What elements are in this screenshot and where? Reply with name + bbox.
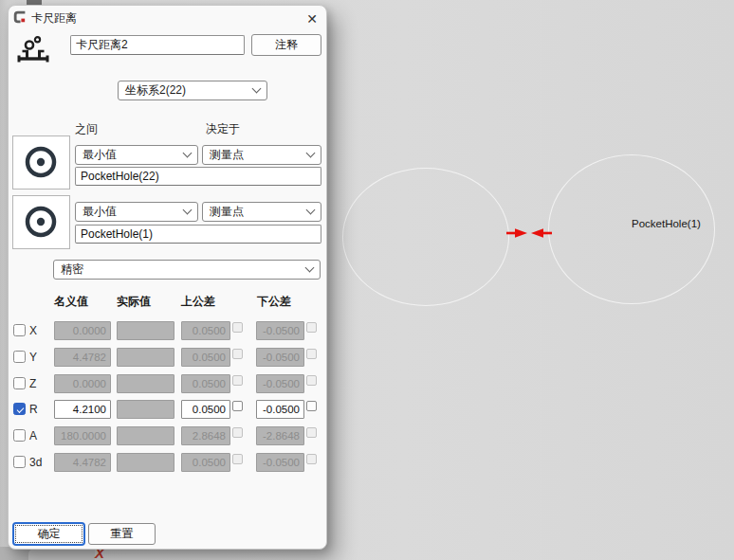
- row-a-lower-field: [256, 426, 304, 445]
- circle-feature-icon: [13, 135, 69, 190]
- row-x-lower-field: [256, 321, 304, 340]
- feature1-type-button[interactable]: [12, 135, 70, 190]
- background-panel-inner: [28, 549, 95, 560]
- feature2-method-value: 最小值: [83, 204, 117, 220]
- chevron-down-icon: [183, 206, 193, 215]
- feature2-method-select[interactable]: 最小值: [75, 202, 198, 222]
- row-a-upper-field: [181, 426, 230, 445]
- feature1-source-select[interactable]: 测量点: [202, 145, 321, 165]
- row-r-label: R: [29, 403, 38, 416]
- row-a-nominal-field: [54, 426, 111, 445]
- row-x-checkbox[interactable]: [13, 324, 26, 336]
- row-z-checkbox[interactable]: [13, 377, 26, 389]
- row-a-lower-checkbox: [306, 427, 317, 438]
- row-x-upper-field: [181, 321, 230, 340]
- row-z-upper-checkbox: [232, 375, 243, 386]
- hole-label: PocketHole(1): [632, 218, 701, 229]
- row-z-nominal-field: [54, 374, 111, 393]
- precision-value: 精密: [61, 262, 83, 278]
- row-3d-checkbox[interactable]: [13, 456, 26, 468]
- annotate-button[interactable]: 注释: [251, 34, 321, 56]
- row-y-checkbox[interactable]: [13, 351, 26, 363]
- between-label: 之间: [75, 121, 98, 137]
- feature1-name-input[interactable]: [75, 167, 321, 186]
- row-x-nominal-field: [54, 321, 111, 340]
- row-y-lower-checkbox: [306, 349, 317, 359]
- chevron-down-icon: [306, 206, 316, 215]
- row-x-lower-checkbox: [306, 322, 317, 333]
- row-x-label: X: [29, 324, 37, 337]
- feature1-source-value: 测量点: [210, 147, 244, 163]
- dialog-title: 卡尺距离: [31, 10, 77, 27]
- measurement-name-input[interactable]: [70, 35, 245, 55]
- row-x-upper-checkbox: [232, 322, 243, 333]
- reset-button[interactable]: 重置: [88, 523, 156, 545]
- row-x-actual-field: [117, 321, 174, 340]
- caliper-distance-dialog: 卡尺距离 ✕ 注释 坐标系2(22) 之间 决定于 最小值: [8, 5, 327, 550]
- caliper-tool-icon: [17, 35, 49, 67]
- row-y-upper-field: [181, 348, 230, 367]
- row-z-lower-field: [256, 374, 304, 393]
- chevron-down-icon: [252, 84, 262, 94]
- circle-feature-icon: [13, 195, 69, 249]
- feature1-method-value: 最小值: [83, 147, 117, 163]
- app-logo-icon: [13, 10, 27, 24]
- row-a-actual-field: [117, 426, 174, 445]
- row-3d-upper-checkbox: [232, 454, 243, 464]
- chevron-down-icon: [183, 149, 193, 158]
- row-3d-actual-field: [117, 453, 174, 472]
- header-actual: 实际值: [117, 294, 151, 310]
- row-z-actual-field: [117, 374, 174, 393]
- row-3d-label: 3d: [29, 456, 42, 469]
- hole-circle-right: [548, 154, 715, 304]
- row-z-upper-field: [181, 374, 230, 393]
- feature2-name-input[interactable]: [75, 225, 321, 244]
- row-r-checkbox[interactable]: [13, 403, 26, 415]
- row-r-lower-checkbox[interactable]: [306, 401, 317, 411]
- row-r-upper-checkbox[interactable]: [232, 401, 243, 411]
- row-3d-lower-checkbox: [306, 454, 317, 464]
- row-3d-nominal-field: [54, 453, 111, 472]
- row-r-lower-field[interactable]: [256, 400, 304, 419]
- header-nominal: 名义值: [54, 294, 88, 310]
- header-lower-tol: 下公差: [257, 294, 291, 310]
- row-3d-upper-field: [181, 453, 230, 472]
- row-a-label: A: [29, 429, 37, 443]
- row-y-upper-checkbox: [232, 349, 243, 359]
- row-y-lower-field: [256, 348, 304, 367]
- ok-button[interactable]: 确定: [12, 522, 85, 546]
- feature2-type-button[interactable]: [12, 195, 70, 249]
- row-y-label: Y: [29, 351, 37, 364]
- row-a-checkbox[interactable]: [13, 429, 26, 442]
- row-r-upper-field[interactable]: [181, 400, 230, 419]
- feature2-source-value: 测量点: [210, 204, 244, 220]
- row-y-nominal-field: [54, 348, 111, 367]
- row-z-label: Z: [29, 377, 36, 390]
- row-y-actual-field: [117, 348, 174, 367]
- row-r-actual-field: [117, 400, 174, 419]
- row-a-upper-checkbox: [232, 427, 243, 438]
- header-upper-tol: 上公差: [181, 294, 215, 310]
- chevron-down-icon: [306, 149, 316, 158]
- row-r-nominal-field[interactable]: [54, 400, 111, 419]
- precision-select[interactable]: 精密: [53, 260, 321, 280]
- hole-circle-left: [342, 168, 509, 306]
- row-z-lower-checkbox: [306, 375, 317, 386]
- feature1-method-select[interactable]: 最小值: [75, 145, 198, 165]
- close-icon: ✕: [306, 11, 318, 27]
- coordinate-system-value: 坐标系2(22): [125, 82, 186, 99]
- row-3d-lower-field: [256, 453, 304, 472]
- determined-by-label: 决定于: [206, 121, 240, 137]
- close-button[interactable]: ✕: [299, 8, 325, 30]
- chevron-down-icon: [305, 263, 315, 273]
- coordinate-system-select[interactable]: 坐标系2(22): [118, 81, 267, 100]
- caliper-distance-marker-icon: [506, 226, 552, 241]
- feature2-source-select[interactable]: 测量点: [202, 202, 321, 222]
